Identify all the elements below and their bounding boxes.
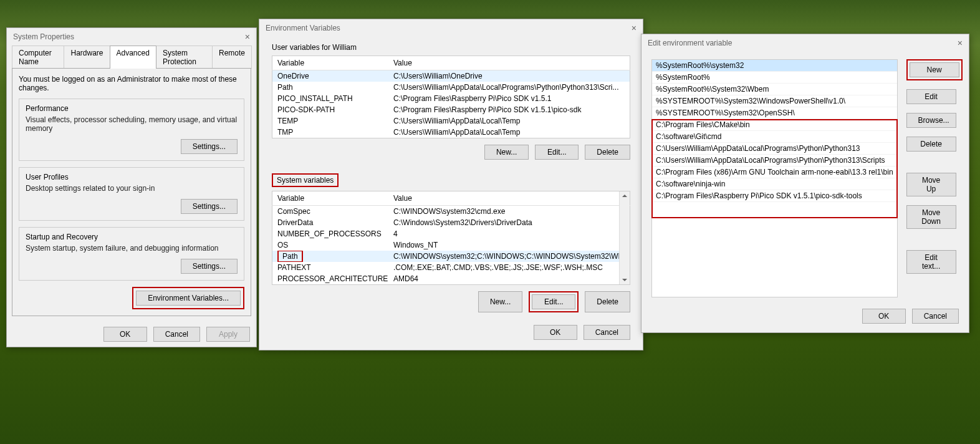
browse-button[interactable]: Browse... <box>906 113 956 128</box>
sys-delete-button[interactable]: Delete <box>585 291 630 312</box>
tab-advanced[interactable]: Advanced <box>110 46 156 69</box>
window-title: Environment Variables <box>266 24 340 32</box>
system-variables-label: System variables <box>272 173 339 187</box>
user-new-button[interactable]: New... <box>484 145 529 160</box>
sys-new-button[interactable]: New... <box>478 291 522 312</box>
list-item[interactable]: C:\software\ninja-win <box>652 178 897 190</box>
sys-edit-button[interactable]: Edit... <box>532 294 575 309</box>
cancel-button[interactable]: Cancel <box>584 325 630 340</box>
table-row[interactable]: PICO-SDK-PATHC:\Program Files\Raspberry … <box>272 104 630 115</box>
table-row[interactable]: ComSpecC:\WINDOWS\system32\cmd.exe <box>272 206 630 218</box>
list-item[interactable]: C:\Program Files\CMake\bin <box>652 119 897 131</box>
list-item[interactable]: %SYSTEMROOT%\System32\WindowsPowerShell\… <box>652 95 897 107</box>
close-icon[interactable]: × <box>632 23 637 33</box>
group-title: User Profiles <box>26 173 238 181</box>
ok-button[interactable]: OK <box>534 325 577 340</box>
tab-computer-name[interactable]: Computer Name <box>12 46 64 69</box>
startup-recovery-group: Startup and Recovery System startup, sys… <box>19 227 244 281</box>
group-title: Performance <box>26 104 238 113</box>
col-value[interactable]: Value <box>388 191 630 206</box>
table-row[interactable]: OneDriveC:\Users\William\OneDrive <box>272 70 630 82</box>
close-icon[interactable]: × <box>958 38 963 48</box>
startup-settings-button[interactable]: Settings... <box>181 259 238 274</box>
user-variables-label: User variables for William <box>272 43 630 52</box>
table-row[interactable]: PROCESSOR_ARCHITECTUREAMD64 <box>272 273 630 285</box>
user-delete-button[interactable]: Delete <box>585 145 630 160</box>
edit-environment-variable-window: Edit environment variable × %SystemRoot%… <box>641 34 969 333</box>
cancel-button[interactable]: Cancel <box>153 327 200 342</box>
path-list[interactable]: %SystemRoot%\system32%SystemRoot%%System… <box>651 59 898 297</box>
system-properties-window: System Properties × Computer Name Hardwa… <box>6 27 257 347</box>
move-down-button[interactable]: Move Down <box>906 205 956 229</box>
performance-settings-button[interactable]: Settings... <box>181 139 238 154</box>
table-row[interactable]: NUMBER_OF_PROCESSORS4 <box>272 228 630 239</box>
side-buttons: New Edit Browse... Delete Move Up Move D… <box>906 59 963 297</box>
tabs: Computer Name Hardware Advanced System P… <box>12 46 251 69</box>
tab-hardware[interactable]: Hardware <box>64 46 110 69</box>
user-edit-button[interactable]: Edit... <box>535 145 579 160</box>
list-item[interactable]: %SYSTEMROOT%\System32\OpenSSH\ <box>652 107 897 119</box>
performance-group: Performance Visual effects, processor sc… <box>19 99 244 161</box>
delete-button[interactable]: Delete <box>906 137 956 152</box>
environment-variables-button[interactable]: Environment Variables... <box>136 291 241 306</box>
scrollbar[interactable] <box>619 191 630 284</box>
group-desc: System startup, system failure, and debu… <box>26 244 238 253</box>
admin-note: You must be logged on as an Administrato… <box>19 75 244 92</box>
list-item[interactable]: C:\Users\William\AppData\Local\Programs\… <box>652 143 897 155</box>
list-item[interactable]: C:\software\Git\cmd <box>652 131 897 143</box>
close-icon[interactable]: × <box>245 32 250 42</box>
col-variable[interactable]: Variable <box>272 56 389 70</box>
tab-system-protection[interactable]: System Protection <box>156 46 213 69</box>
apply-button[interactable]: Apply <box>206 327 250 342</box>
col-variable[interactable]: Variable <box>272 191 389 206</box>
titlebar[interactable]: Edit environment variable × <box>641 34 969 52</box>
table-row[interactable]: PathC:\Users\William\AppData\Local\Progr… <box>272 82 630 93</box>
tab-content-advanced: You must be logged on as an Administrato… <box>12 68 251 316</box>
new-button[interactable]: New <box>910 62 959 77</box>
table-row[interactable]: TEMPC:\Users\William\AppData\Local\Temp <box>272 115 630 127</box>
table-row[interactable]: OSWindows_NT <box>272 239 630 251</box>
user-profiles-group: User Profiles Desktop settings related t… <box>19 167 244 221</box>
tab-remote[interactable]: Remote <box>212 46 252 69</box>
user-variables-table[interactable]: Variable Value OneDriveC:\Users\William\… <box>272 56 630 138</box>
edit-button[interactable]: Edit <box>906 89 956 104</box>
move-up-button[interactable]: Move Up <box>906 173 956 196</box>
edit-text-button[interactable]: Edit text... <box>906 250 956 274</box>
environment-variables-window: Environment Variables × User variables f… <box>259 19 643 350</box>
list-item[interactable]: %SystemRoot%\System32\Wbem <box>652 84 897 95</box>
list-item[interactable]: C:\Users\William\AppData\Local\Programs\… <box>652 155 897 166</box>
ok-button[interactable]: OK <box>103 327 147 342</box>
table-row[interactable]: DriverDataC:\Windows\System32\Drivers\Dr… <box>272 217 630 228</box>
titlebar[interactable]: Environment Variables × <box>259 19 643 37</box>
table-row[interactable]: PICO_INSTALL_PATHC:\Program Files\Raspbe… <box>272 93 630 104</box>
cancel-button[interactable]: Cancel <box>912 309 959 324</box>
group-title: Startup and Recovery <box>26 233 238 241</box>
list-item[interactable]: %SystemRoot%\system32 <box>652 60 897 72</box>
table-row[interactable]: PathC:\WINDOWS\system32;C:\WINDOWS;C:\WI… <box>272 251 630 262</box>
ok-button[interactable]: OK <box>862 309 906 324</box>
system-variables-table[interactable]: Variable Value ComSpecC:\WINDOWS\system3… <box>272 191 630 285</box>
list-item[interactable]: C:\Program Files (x86)\Arm GNU Toolchain… <box>652 166 897 178</box>
dialog-buttons: OK Cancel Apply <box>7 322 256 347</box>
group-desc: Desktop settings related to your sign-in <box>26 184 238 193</box>
list-item[interactable]: C:\Program Files\Raspberry Pi\Pico SDK v… <box>652 190 897 202</box>
table-row[interactable]: PATHEXT.COM;.EXE;.BAT;.CMD;.VBS;.VBE;.JS… <box>272 262 630 273</box>
profiles-settings-button[interactable]: Settings... <box>181 199 238 214</box>
list-item[interactable]: %SystemRoot% <box>652 72 897 84</box>
col-value[interactable]: Value <box>388 56 630 70</box>
table-row[interactable]: TMPC:\Users\William\AppData\Local\Temp <box>272 127 630 138</box>
window-title: System Properties <box>13 32 74 41</box>
group-desc: Visual effects, processor scheduling, me… <box>26 115 238 133</box>
titlebar[interactable]: System Properties × <box>7 28 256 46</box>
window-title: Edit environment variable <box>648 39 732 47</box>
